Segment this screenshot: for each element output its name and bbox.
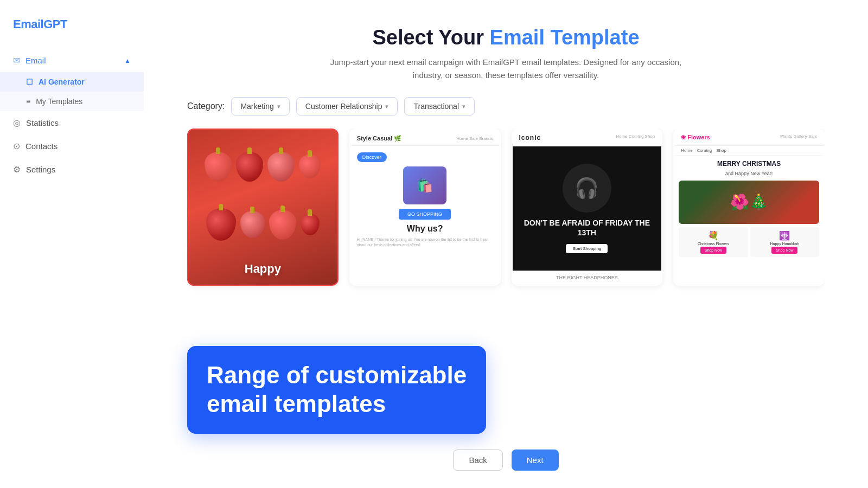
style-casual-logo: Style Casual 🌿	[357, 135, 401, 142]
card-iconic-footer: THE RIGHT HEADPHONES	[513, 271, 662, 285]
email-sub-menu: ☐ AI Generator ≡ My Templates	[0, 72, 144, 111]
iconic-footer-text: THE RIGHT HEADPHONES	[519, 275, 655, 280]
sidebar-item-contacts[interactable]: ⊙ Contacts	[0, 134, 144, 158]
ai-generator-icon: ☐	[26, 78, 33, 86]
card-iconic-header: Iconic Home Coming Shop	[513, 130, 662, 146]
shopping-image: 🛍️	[403, 166, 446, 204]
sidebar-item-settings[interactable]: ⚙ Settings	[0, 158, 144, 181]
ornament-2	[236, 152, 263, 182]
bottom-actions: Back Next	[187, 443, 825, 471]
sidebar-label-settings: Settings	[26, 165, 55, 174]
headphones-icon: 🎧	[575, 177, 599, 200]
category-transactional-label: Transactional	[413, 102, 459, 111]
ornaments-decoration	[188, 130, 337, 263]
template-card-christmas[interactable]: Happy	[187, 129, 339, 286]
category-btn-transactional[interactable]: Transactional ▾	[404, 97, 475, 115]
category-row: Category: Marketing ▾ Customer Relations…	[187, 97, 825, 115]
logo-text-email: Email	[13, 17, 43, 31]
card-style-header: Style Casual 🌿 Home Sale Brands	[350, 130, 500, 146]
why-us-text: Why us?	[357, 224, 493, 234]
flower-product-1: 💐 Christmas Flowers Shop Now	[679, 227, 748, 257]
start-shopping-button[interactable]: Start Shopping	[566, 244, 608, 253]
category-marketing-label: Marketing	[240, 102, 273, 111]
chevron-up-icon: ▲	[124, 57, 131, 65]
category-btn-marketing[interactable]: Marketing ▾	[231, 97, 289, 115]
flower-product-2: 🕎 Happy Hanukkah Shop Now	[750, 227, 819, 257]
card-style-body: Discover 🛍️ GO SHOPPING Why us? Hi [NAME…	[350, 146, 500, 285]
page-subtitle: Jump-start your next email campaign with…	[316, 56, 696, 82]
app-logo: EmailGPT	[0, 17, 144, 49]
friday-headline: DON'T BE AFRAID OF FRIDAY THE 13TH	[519, 218, 655, 237]
card-christmas-caption: Happy	[245, 262, 281, 276]
main-nav: ✉ Email ▲ ☐ AI Generator ≡ My Templates …	[0, 49, 144, 488]
ornament-3	[267, 152, 295, 182]
sidebar-item-my-templates[interactable]: ≡ My Templates	[0, 92, 144, 111]
sidebar-label-email: Email	[25, 56, 46, 65]
flower-2-icon: 🕎	[752, 230, 817, 241]
happy-new-year-text: and Happy New Year!	[679, 171, 819, 176]
iconic-brand: Iconic	[519, 134, 541, 142]
flowers-main-image: 🌺🎄	[679, 181, 819, 224]
headphones-image: 🎧	[563, 164, 611, 213]
card-flowers-header: ❀ Flowers Plants Gallery Sale	[674, 130, 824, 146]
sidebar: EmailGPT ✉ Email ▲ ☐ AI Generator ≡ My T…	[0, 0, 144, 488]
shop-now-btn-1[interactable]: Shop Now	[700, 247, 726, 254]
email-icon: ✉	[13, 55, 20, 66]
shop-now-btn-2[interactable]: Shop Now	[771, 247, 797, 254]
promo-overlay-text: Range of customizableemail templates	[207, 361, 467, 419]
settings-icon: ⚙	[13, 164, 21, 175]
statistics-icon: ◎	[13, 118, 21, 128]
flower-1-icon: 💐	[681, 230, 745, 241]
ornament-1	[205, 152, 232, 182]
sidebar-label-ai-generator: AI Generator	[39, 78, 85, 86]
category-customer-label: Customer Relationship	[305, 102, 382, 111]
flowers-sub-nav: Home Coming Shop	[674, 146, 824, 156]
promo-overlay: Range of customizableemail templates	[187, 346, 486, 434]
title-highlight: Email Template	[490, 26, 640, 49]
ornament-5	[206, 208, 236, 241]
flower-1-label: Christmas Flowers	[681, 242, 745, 246]
iconic-nav: Home Coming Shop	[616, 134, 655, 142]
go-shopping-button[interactable]: GO SHOPPING	[399, 209, 451, 220]
promo-bubble: Discover	[357, 152, 387, 162]
sidebar-item-email[interactable]: ✉ Email ▲	[0, 49, 144, 72]
ornament-4	[299, 155, 321, 178]
ornament-8	[301, 214, 320, 235]
page-title: Select Your Email Template	[187, 26, 825, 49]
merry-christmas-headline: MERRY CHRISTMAS	[679, 160, 819, 169]
category-label: Category:	[187, 101, 225, 111]
next-button[interactable]: Next	[512, 450, 559, 471]
flowers-product-grid: 💐 Christmas Flowers Shop Now 🕎 Happy Han…	[679, 227, 819, 257]
sidebar-label-statistics: Statistics	[26, 118, 59, 127]
flowers-brand: ❀ Flowers	[681, 134, 710, 141]
category-btn-customer-relationship[interactable]: Customer Relationship ▾	[296, 97, 398, 115]
logo-text-gpt: GPT	[43, 17, 67, 31]
contacts-icon: ⊙	[13, 141, 20, 151]
style-casual-nav: Home Sale Brands	[456, 136, 493, 141]
ornament-7	[269, 210, 296, 240]
main-content: Select Your Email Template Jump-start yo…	[144, 0, 868, 488]
flowers-nav-items: Plants Gallery Sale	[780, 134, 817, 141]
template-card-flowers[interactable]: ❀ Flowers Plants Gallery Sale Home Comin…	[673, 129, 825, 286]
card-style-body-text: Hi [NAME]! Thanks for joining us! You ar…	[357, 237, 493, 248]
sidebar-label-my-templates: My Templates	[36, 97, 82, 106]
my-templates-icon: ≡	[26, 97, 30, 106]
page-header: Select Your Email Template Jump-start yo…	[187, 26, 825, 82]
sidebar-label-contacts: Contacts	[25, 142, 58, 151]
ornament-6	[240, 211, 265, 238]
card-flowers-body: MERRY CHRISTMAS and Happy New Year! 🌺🎄 💐…	[674, 156, 824, 285]
chevron-down-icon: ▾	[277, 103, 280, 110]
template-card-style-casual[interactable]: Style Casual 🌿 Home Sale Brands Discover…	[349, 129, 501, 286]
title-plain: Select Your	[372, 26, 489, 49]
template-card-iconic[interactable]: Iconic Home Coming Shop 🎧 DON'T BE AFRAI…	[512, 129, 663, 286]
back-button[interactable]: Back	[453, 450, 502, 471]
card-iconic-body: 🎧 DON'T BE AFRAID OF FRIDAY THE 13TH Sta…	[513, 146, 662, 271]
sidebar-item-statistics[interactable]: ◎ Statistics	[0, 111, 144, 134]
flower-2-label: Happy Hanukkah	[752, 242, 817, 246]
chevron-down-icon-3: ▾	[462, 103, 465, 110]
sidebar-item-ai-generator[interactable]: ☐ AI Generator	[0, 72, 144, 92]
chevron-down-icon-2: ▾	[385, 103, 388, 110]
